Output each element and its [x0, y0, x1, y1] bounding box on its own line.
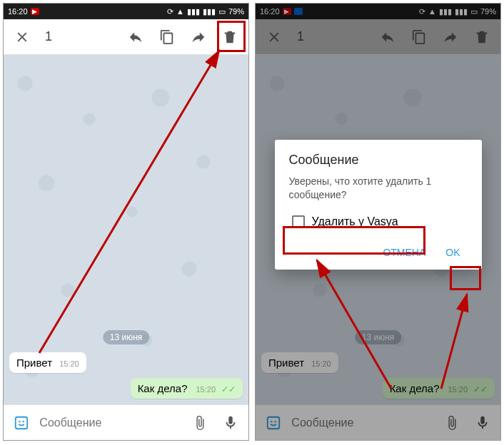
chat-area: 13 июня Привет 15:20 Как дела? 15:20 ✓✓	[4, 55, 248, 404]
selection-appbar: 1	[4, 19, 248, 55]
message-out[interactable]: Как дела? 15:20 ✓✓	[131, 378, 243, 399]
delete-for-both-checkbox[interactable]: Удалить у Vasya	[289, 213, 468, 231]
dialog-body: Уверены, что хотите удалить 1 сообщение?	[289, 174, 468, 202]
mic-icon[interactable]	[218, 410, 243, 436]
message-input-bar	[4, 404, 248, 440]
battery-icon: ▭	[218, 7, 226, 16]
attach-icon[interactable]	[188, 410, 212, 436]
msg-in-text: Привет	[16, 357, 52, 369]
checkbox-icon	[292, 215, 305, 228]
msg-out-time: 15:20	[196, 385, 216, 394]
copy-icon[interactable]	[154, 24, 180, 50]
signal2-icon: ▮▮▮	[203, 7, 216, 16]
read-ticks-icon: ✓✓	[221, 384, 236, 394]
delete-dialog: Сообщение Уверены, что хотите удалить 1 …	[275, 139, 482, 269]
sync-icon: ⟳	[167, 7, 173, 16]
phone-right: 16:20 ▶ ⟳ ▲ ▮▮▮ ▮▮▮ ▭ 79% 1 13 июня Прив…	[255, 3, 501, 441]
battery-pct: 79%	[228, 7, 244, 16]
sticker-icon[interactable]	[9, 410, 34, 436]
svg-point-2	[23, 420, 24, 421]
reply-icon[interactable]	[123, 24, 148, 50]
close-icon[interactable]	[9, 24, 35, 50]
phone-left: 16:20 ▶ ⟳ ▲ ▮▮▮ ▮▮▮ ▭ 79% 1 13	[3, 3, 249, 441]
message-input[interactable]	[39, 416, 182, 429]
forward-icon[interactable]	[186, 24, 211, 50]
dialog-title: Сообщение	[289, 152, 468, 167]
youtube-notif-icon: ▶	[31, 8, 39, 15]
delete-icon[interactable]	[217, 24, 243, 50]
msg-out-text: Как дела?	[138, 382, 188, 394]
wifi-icon: ▲	[176, 7, 184, 16]
signal-icon: ▮▮▮	[187, 7, 200, 16]
msg-in-time: 15:20	[59, 359, 79, 368]
ok-button[interactable]: OK	[438, 241, 467, 264]
cancel-button[interactable]: ОТМЕНА	[376, 241, 433, 264]
status-time: 16:20	[8, 7, 28, 16]
svg-point-1	[19, 420, 20, 421]
checkbox-label: Удалить у Vasya	[312, 215, 398, 228]
selection-count: 1	[45, 29, 52, 44]
message-in[interactable]: Привет 15:20	[9, 352, 86, 373]
status-bar: 16:20 ▶ ⟳ ▲ ▮▮▮ ▮▮▮ ▭ 79%	[4, 4, 248, 19]
svg-rect-0	[16, 416, 28, 429]
date-chip: 13 июня	[103, 330, 150, 344]
